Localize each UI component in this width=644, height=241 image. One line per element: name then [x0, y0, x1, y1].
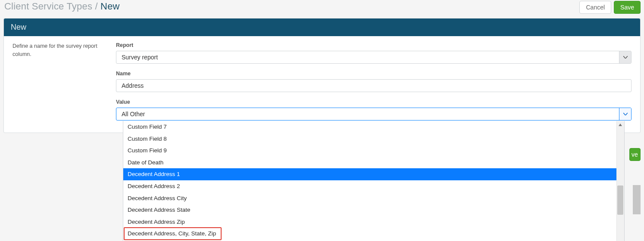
save-button-lower[interactable]: ve [629, 148, 641, 161]
dropdown-option[interactable]: Decedent Address Zip [123, 216, 624, 228]
value-dropdown-list[interactable]: Custom Field 7Custom Field 8Custom Field… [123, 121, 625, 241]
top-bar: Client Service Types / New Cancel Save [0, 0, 644, 18]
breadcrumb-sep: / [95, 1, 100, 12]
value-label: Value [116, 99, 631, 105]
panel-help-text: Define a name for the survey report colu… [13, 42, 116, 120]
report-combobox[interactable] [116, 51, 631, 64]
report-label: Report [116, 42, 631, 48]
form-panel: New Define a name for the survey report … [3, 18, 641, 133]
dropdown-option[interactable]: Custom Field 8 [123, 133, 624, 145]
dropdown-option[interactable]: Custom Field 7 [123, 121, 624, 133]
breadcrumb-root[interactable]: Client Service Types [4, 1, 92, 12]
dropdown-option[interactable]: Date of Death [123, 157, 624, 169]
value-input[interactable] [116, 108, 619, 120]
dropdown-option[interactable]: Decedent Address, City, State, Zip [123, 228, 624, 240]
name-label: Name [116, 71, 631, 77]
dropdown-scrollbar-thumb[interactable] [617, 185, 623, 215]
dropdown-scrollbar[interactable] [616, 121, 624, 241]
panel-header: New [4, 19, 640, 36]
dropdown-option[interactable]: Decedent Address 1 [123, 168, 624, 180]
value-combobox[interactable] [116, 108, 631, 120]
value-chevron[interactable] [619, 108, 631, 120]
save-button[interactable]: Save [614, 1, 641, 14]
lower-save-button-fragment[interactable]: ve [629, 148, 641, 161]
panel-body: Define a name for the survey report colu… [4, 36, 640, 133]
name-group: Name [116, 71, 631, 92]
breadcrumb: Client Service Types / New [4, 1, 120, 12]
top-buttons: Cancel Save [579, 1, 641, 14]
report-input[interactable] [116, 51, 619, 63]
name-input[interactable] [116, 80, 631, 92]
dropdown-option[interactable]: Decedent Address 2 [123, 180, 624, 192]
chevron-down-icon [623, 113, 628, 115]
dropdown-option[interactable]: Decedent Address State [123, 204, 624, 216]
scroll-up-arrow-icon[interactable] [617, 122, 623, 128]
panel-form: Report Name V [116, 42, 631, 120]
value-group: Value [116, 99, 631, 120]
chevron-down-icon [623, 56, 628, 59]
lower-scrollbar-thumb[interactable] [633, 185, 641, 214]
value-dropdown-inner: Custom Field 7Custom Field 8Custom Field… [123, 121, 625, 241]
name-input-wrap[interactable] [116, 79, 631, 92]
dropdown-option[interactable]: Custom Field 9 [123, 145, 624, 157]
dropdown-option[interactable]: Decedent Address City [123, 192, 624, 204]
cancel-button[interactable]: Cancel [579, 1, 611, 14]
report-chevron[interactable] [619, 51, 631, 63]
breadcrumb-current: New [100, 1, 120, 12]
report-group: Report [116, 42, 631, 64]
page-root: Client Service Types / New Cancel Save N… [0, 0, 644, 241]
